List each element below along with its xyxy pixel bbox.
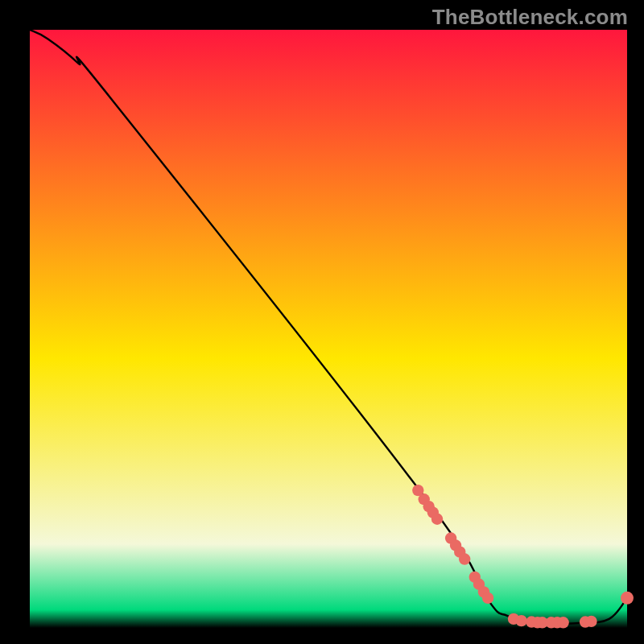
data-point (482, 592, 493, 604)
data-point (585, 616, 597, 627)
data-point (431, 514, 443, 525)
data-point (557, 617, 568, 628)
chart-stage: TheBottleneck.com (0, 0, 644, 644)
watermark-text: TheBottleneck.com (432, 5, 628, 30)
data-point (459, 553, 470, 564)
data-point (515, 615, 526, 626)
plot-area (30, 30, 627, 628)
bottleneck-curve-chart (0, 0, 644, 644)
data-point (621, 592, 634, 605)
